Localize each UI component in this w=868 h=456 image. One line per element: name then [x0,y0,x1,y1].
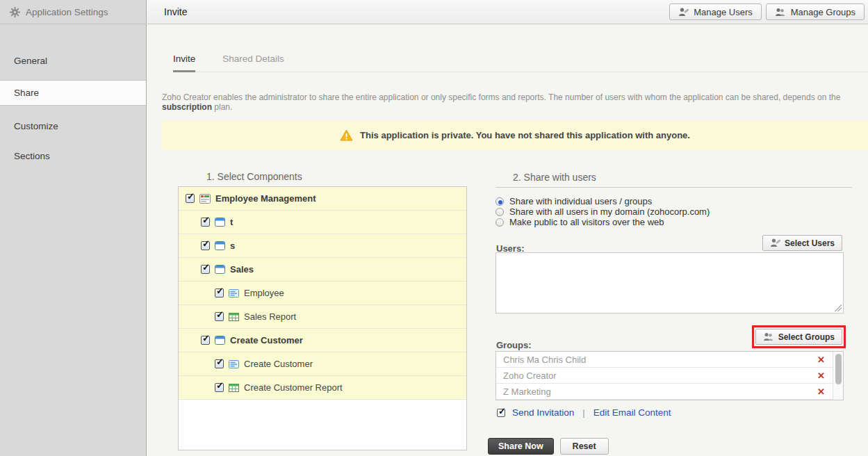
form-icon [229,289,239,298]
check-icon: ✓ [216,286,224,296]
group-name: Chris Ma Chris Child [503,355,586,365]
groups-label: Groups: [496,340,532,350]
component-label: Create Customer [244,359,313,369]
share-heading: 2. Share with users [513,172,596,183]
component-checkbox[interactable]: ✓ [201,241,210,250]
send-invitation-checkbox[interactable]: ✓ [497,409,505,417]
check-icon: ✓ [202,333,210,343]
component-row-section[interactable]: ✓ Create Customer [179,329,466,352]
check-icon: ✓ [202,215,210,225]
private-warning-banner: This application is private. You have no… [162,120,868,150]
radio-share-domain[interactable]: Share with all users in my domain (zohoc… [496,206,710,217]
remove-group-button[interactable]: ✕ [817,355,825,364]
check-icon: ✓ [216,380,224,391]
component-checkbox[interactable]: ✓ [215,312,224,321]
edit-email-content-link[interactable]: Edit Email Content [593,407,671,418]
select-components-section: 1. Select Components ✓ Employee Manageme… [178,171,468,450]
section-icon [215,336,225,345]
radio-make-public[interactable]: Make public to all visitors over the web [496,217,710,227]
component-checkbox[interactable]: ✓ [215,288,224,298]
radio-label: Share with individual users / groups [509,196,652,206]
component-row-form[interactable]: ✓ Employee [179,282,466,305]
gear-icon [10,7,20,17]
sidebar-item-customize[interactable]: Customize [0,106,146,140]
group-row: Chris Ma Chris Child ✕ [496,352,843,368]
component-checkbox[interactable]: ✓ [215,383,224,392]
zoho-creator-application-settings: Application Settings General Share Custo… [0,0,868,456]
manage-groups-button[interactable]: Manage Groups [766,3,865,20]
topbar-buttons: Manage Users Manage Groups [669,3,865,20]
sidebar-item-sections[interactable]: Sections [0,140,146,170]
component-row-application[interactable]: ✓ Employee Management [179,187,466,211]
component-checkbox[interactable]: ✓ [215,359,224,368]
annotation-highlight: Select Groups [752,325,846,348]
scrollbar-thumb[interactable] [835,354,842,384]
tab-shared-details[interactable]: Shared Details [222,54,284,72]
description-emphasis: subscription [162,102,212,112]
component-label: s [230,241,235,251]
select-users-label: Select Users [785,238,835,248]
check-icon: ✓ [202,238,210,249]
share-mode-radio-group: Share with individual users / groups Sha… [496,196,710,227]
send-invitation-label: Send Invitation [512,407,574,418]
group-row: Zoho Creator ✕ [496,368,843,384]
component-row-section[interactable]: ✓ Sales [179,258,466,282]
tab-invite[interactable]: Invite [173,54,195,72]
reset-button[interactable]: Reset [560,438,609,455]
manage-users-button[interactable]: Manage Users [669,3,762,20]
section-icon [215,265,225,274]
groups-list: Chris Ma Chris Child ✕ Zoho Creator ✕ Z … [496,351,844,400]
check-icon: ✓ [202,262,210,272]
send-invitation-row: ✓ Send Invitation | Edit Email Content [497,407,671,418]
description-text: Zoho Creator enables the administrator t… [162,92,840,102]
select-groups-button[interactable]: Select Groups [755,329,842,345]
remove-group-button[interactable]: ✕ [817,387,825,396]
check-icon: ✓ [216,309,224,320]
sidebar-item-share[interactable]: Share [0,81,146,106]
component-row-report[interactable]: ✓ Create Customer Report [179,376,466,400]
component-row-section[interactable]: ✓ s [179,234,466,258]
component-checkbox[interactable]: ✓ [201,336,210,345]
form-icon [229,360,239,368]
users-group-icon [763,332,774,341]
share-description: Zoho Creator enables the administrator t… [162,92,862,112]
remove-group-button[interactable]: ✕ [817,371,825,380]
application-icon [199,194,211,204]
sidebar-nav: General Share Customize Sections [0,24,146,170]
groups-scrollbar[interactable] [833,352,843,400]
component-row-section[interactable]: ✓ t [179,211,466,234]
component-checkbox[interactable]: ✓ [201,218,210,227]
user-edit-icon [770,238,780,247]
tab-bar: Invite Shared Details [173,54,868,72]
group-name: Zoho Creator [503,370,557,381]
component-row-report[interactable]: ✓ Sales Report [179,305,466,329]
select-users-button[interactable]: Select Users [762,235,842,251]
components-tree: ✓ Employee Management ✓ t ✓ [178,186,467,450]
check-icon: ✓ [498,406,506,416]
sidebar-title: Application Settings [26,7,108,17]
component-row-form[interactable]: ✓ Create Customer [179,352,466,376]
page-title: Invite [164,6,187,17]
group-row: Z Marketing ✕ [496,384,843,400]
radio-selected-icon[interactable] [496,197,504,206]
component-label: Employee Management [215,193,316,204]
users-input[interactable] [496,252,844,314]
manage-groups-label: Manage Groups [791,7,855,17]
share-now-button[interactable]: Share Now [488,438,554,455]
section-icon [215,241,225,250]
resize-handle-icon[interactable] [834,304,842,311]
radio-icon[interactable] [496,208,504,216]
component-checkbox[interactable]: ✓ [201,265,210,274]
user-edit-icon [678,8,689,17]
radio-icon[interactable] [496,218,504,227]
check-icon: ✓ [216,357,224,367]
report-icon [229,384,239,392]
sidebar-item-general[interactable]: General [0,24,146,81]
sidebar-header: Application Settings [0,0,146,24]
topbar: Invite Manage Users Manage Groups [147,0,868,24]
component-label: Employee [244,288,284,298]
radio-share-individual[interactable]: Share with individual users / groups [496,196,710,206]
manage-users-label: Manage Users [694,7,753,17]
component-checkbox[interactable]: ✓ [186,194,195,203]
radio-label: Share with all users in my domain (zohoc… [509,206,710,217]
